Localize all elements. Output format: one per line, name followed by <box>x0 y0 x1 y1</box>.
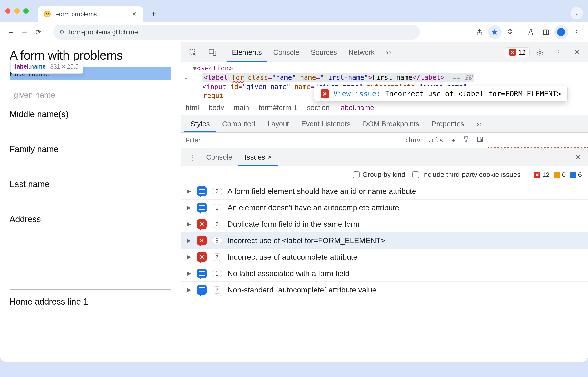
tooltip-dims: 331 × 25.5 <box>50 63 79 70</box>
tabs-overflow-button[interactable]: › › <box>381 42 396 62</box>
tab-title: Form problems <box>55 11 97 18</box>
reload-button[interactable]: ⟳ <box>32 28 44 36</box>
new-style-rule-button[interactable]: ＋ <box>450 136 457 145</box>
family-name-input[interactable] <box>10 157 171 173</box>
styles-filter-input[interactable] <box>181 133 400 148</box>
window-close-button[interactable] <box>5 8 11 13</box>
last-name-input[interactable] <box>10 192 171 208</box>
crumb[interactable]: form#form-1 <box>259 104 297 112</box>
tab-elements[interactable]: Elements <box>227 42 267 62</box>
first-name-input[interactable] <box>10 87 171 103</box>
window-zoom-button[interactable] <box>23 8 29 13</box>
issue-popover[interactable]: View issue: Incorrect use of <label for=… <box>314 86 567 101</box>
error-counter[interactable]: 12 <box>505 47 530 57</box>
styles-empty-area <box>488 133 588 148</box>
errors-count[interactable]: 12 <box>534 171 550 179</box>
toolbar-divider <box>520 27 520 37</box>
group-by-kind-checkbox[interactable]: Group by kind <box>353 171 406 179</box>
view-issue-link[interactable]: View issue: <box>333 90 381 98</box>
issue-text: Non-standard `autocomplete` attribute va… <box>227 285 376 294</box>
disclosure-icon[interactable]: ▶ <box>187 270 192 276</box>
labs-button[interactable] <box>524 25 538 39</box>
issue-row[interactable]: ▶2A form field element should have an id… <box>181 183 588 200</box>
profile-button[interactable] <box>554 25 568 39</box>
elements-tree[interactable]: ⋯ ▼<section> <label for class="name" nam… <box>181 62 588 100</box>
forward-button[interactable]: → <box>19 28 31 36</box>
disclosure-icon[interactable]: ▶ <box>187 188 192 194</box>
disclosure-icon[interactable]: ▶ <box>187 287 192 293</box>
new-tab-button[interactable]: ＋ <box>147 7 160 20</box>
hov-toggle[interactable]: :hov <box>405 136 420 144</box>
share-button[interactable] <box>473 25 486 39</box>
tab-network[interactable]: Network <box>343 42 380 62</box>
devtools-close-button[interactable]: ✕ <box>569 42 585 62</box>
tooltip-tag: label <box>15 63 29 70</box>
warnings-count[interactable]: 0 <box>554 171 566 179</box>
crumb[interactable]: label.name <box>339 104 374 112</box>
site-controls-icon[interactable]: ⚙ <box>59 29 64 35</box>
issue-row[interactable]: ▶2Non-standard `autocomplete` attribute … <box>181 282 588 298</box>
styles-tab-dom-breakpoints[interactable]: DOM Breakpoints <box>357 115 426 132</box>
issue-count-pill: 2 <box>212 221 222 228</box>
issue-row[interactable]: ▶8Incorrect use of <label for=FORM_ELEME… <box>181 232 588 249</box>
computed-toggle-icon[interactable] <box>477 136 483 144</box>
drawer-tab-issues[interactable]: Issues ✕ <box>238 148 278 166</box>
styles-tabs-overflow[interactable]: › › <box>470 115 488 132</box>
family-name-label: Family name <box>10 144 171 154</box>
styles-tab-event-listeners[interactable]: Event Listeners <box>295 115 357 132</box>
extensions-button[interactable] <box>503 25 517 39</box>
browser-menu-button[interactable]: ⋮ <box>569 25 583 39</box>
drawer-close-button[interactable]: ✕ <box>571 148 585 166</box>
severity-icon <box>197 269 206 278</box>
tab-sources[interactable]: Sources <box>305 42 342 62</box>
issue-count-pill: 2 <box>212 188 222 195</box>
third-party-checkbox[interactable]: Include third-party cookie issues <box>412 171 520 179</box>
avatar-icon <box>557 28 565 36</box>
dom-breadcrumbs[interactable]: html body main form#form-1 section label… <box>181 100 588 115</box>
crumb[interactable]: section <box>307 104 329 112</box>
tab-close-button[interactable]: ✕ <box>132 11 137 18</box>
browser-tab[interactable]: 😬 Form problems ✕ <box>38 6 143 22</box>
issue-row[interactable]: ▶2Duplicate form field id in the same fo… <box>181 216 588 232</box>
middle-name-input[interactable] <box>10 122 171 138</box>
info-count[interactable]: 6 <box>570 171 582 179</box>
styles-tab-computed[interactable]: Computed <box>216 115 261 132</box>
disclosure-icon[interactable]: ▶ <box>187 221 192 227</box>
device-toolbar-button[interactable] <box>203 42 222 62</box>
issue-text: Incorrect use of autocomplete attribute <box>227 253 357 261</box>
window-minimize-button[interactable] <box>14 8 20 13</box>
issue-row[interactable]: ▶1No label associated with a form field <box>181 265 588 282</box>
styles-tab-properties[interactable]: Properties <box>426 115 470 132</box>
drawer-menu-button[interactable]: ⋮ <box>184 148 200 166</box>
back-button[interactable]: ← <box>5 28 17 36</box>
crumb[interactable]: main <box>234 104 249 112</box>
tab-console[interactable]: Console <box>268 42 305 62</box>
disclosure-icon[interactable]: ▶ <box>187 254 192 260</box>
crumb[interactable]: body <box>209 104 224 112</box>
drawer-tab-console[interactable]: Console <box>200 148 238 166</box>
address-textarea[interactable] <box>10 227 171 290</box>
issue-row[interactable]: ▶2Incorrect use of autocomplete attribut… <box>181 249 588 265</box>
tree-overflow-icon[interactable]: ⋯ <box>185 74 189 82</box>
styles-tab-styles[interactable]: Styles <box>184 115 216 132</box>
disclosure-icon[interactable]: ▶ <box>187 205 192 211</box>
error-icon <box>509 49 516 56</box>
issue-row[interactable]: ▶1An element doesn't have an autocomplet… <box>181 200 588 216</box>
styles-paint-icon[interactable] <box>463 136 470 144</box>
disclosure-icon[interactable]: ▶ <box>187 237 192 244</box>
devtools-menu-button[interactable]: ⋮ <box>550 42 568 62</box>
tabs-dropdown-button[interactable]: ⌄ <box>570 7 583 19</box>
tree-selected-node[interactable]: <label for class="name" name="first-name… <box>202 73 474 82</box>
issues-list[interactable]: ▶2A form field element should have an id… <box>181 183 588 298</box>
bookmark-button[interactable] <box>488 25 502 39</box>
cls-toggle[interactable]: .cls <box>427 136 443 144</box>
issues-tab-close-icon[interactable]: ✕ <box>267 154 272 161</box>
inspect-element-button[interactable] <box>184 42 202 62</box>
side-panel-button[interactable] <box>539 25 553 39</box>
issue-count-badges: 12 0 6 <box>528 171 582 179</box>
styles-tabs: Styles Computed Layout Event Listeners D… <box>181 115 588 133</box>
crumb[interactable]: html <box>186 104 199 112</box>
devtools-settings-button[interactable] <box>531 42 549 62</box>
styles-tab-layout[interactable]: Layout <box>261 115 295 132</box>
address-bar[interactable]: ⚙ form-problems.glitch.me <box>53 25 420 39</box>
